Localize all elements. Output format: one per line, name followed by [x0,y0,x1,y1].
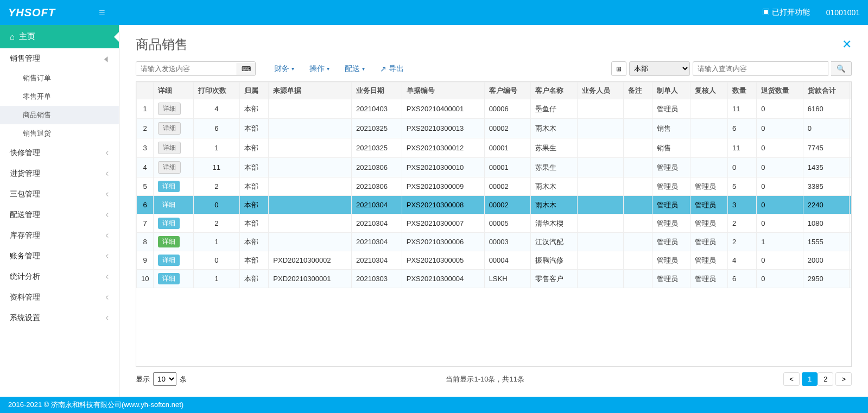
column-header[interactable]: 业务人员 [577,82,623,99]
detail-button[interactable]: 详细 [158,103,181,115]
nav-group[interactable]: 配送管理< [0,205,119,225]
detail-button[interactable]: 详细 [158,181,180,192]
nav-home-label: 主页 [19,31,35,42]
export-icon: ↗ [380,65,387,73]
detail-button[interactable]: 详细 [158,199,180,211]
nav-group[interactable]: 三包管理< [0,184,119,205]
table-row[interactable]: 3 详细 1 本部 20210325 PXS20210300012 00001 … [137,138,852,158]
nav-sub-item[interactable]: 销售订单 [0,69,119,87]
column-header[interactable]: 详细 [154,82,193,99]
table-footer: 显示 10 条 当前显示1-10条，共11条 < 12 > [136,367,852,391]
detail-button[interactable]: 详细 [158,122,181,135]
column-header[interactable]: 客户编号 [484,82,530,99]
nav-group[interactable]: 进货管理< [0,163,119,184]
row-index: 9 [137,251,154,270]
nav-home[interactable]: ⌂ 主页 [0,25,119,48]
caret-down-icon: ▾ [292,66,294,72]
row-index: 7 [137,214,154,233]
operate-menu[interactable]: 操作 ▾ [302,64,337,74]
column-header[interactable]: 归属 [240,82,269,99]
menu-toggle-icon[interactable]: ☰ [99,9,105,17]
column-header[interactable]: 优惠金额 [850,82,852,99]
nav-sub-item[interactable]: 商品销售 [0,106,119,124]
table-row[interactable]: 7 详细 2 本部 20210304 PXS20210300007 00005 … [137,214,852,233]
nav-group[interactable]: 库存管理< [0,225,119,246]
dept-select[interactable]: 本部 [629,61,690,76]
opened-func-link[interactable]: ▣ 已打开功能 [762,8,810,17]
column-header[interactable]: 来源单据 [269,82,352,99]
table-row[interactable]: 4 详细 11 本部 20210306 PXS20210300010 00001… [137,158,852,177]
column-header[interactable]: 业务日期 [352,82,402,99]
column-header[interactable]: 打印次数 [193,82,239,99]
next-page-button[interactable]: > [835,372,852,386]
unit-label: 条 [180,374,187,384]
chevron-icon: < [105,149,108,157]
chevron-icon: < [105,231,108,240]
table-row[interactable]: 5 详细 2 本部 20210306 PXS20210300009 00002 … [137,177,852,196]
detail-button[interactable]: 详细 [158,255,180,266]
column-header[interactable]: 单据编号 [402,82,484,99]
send-input[interactable] [136,62,237,75]
export-link[interactable]: ↗ 导出 [372,64,411,74]
page-button[interactable]: 1 [802,372,818,386]
prev-page-button[interactable]: < [783,372,800,386]
column-header[interactable]: 备注 [624,82,652,99]
column-header[interactable]: 货款合计 [803,82,849,99]
nav-group[interactable]: 系统设置< [0,308,119,328]
detail-button[interactable]: 详细 [158,142,181,154]
data-table: 详细打印次数归属来源单据业务日期单据编号客户编号客户名称业务人员备注制单人复核人… [136,82,852,288]
page-button[interactable]: 2 [818,372,833,386]
chevron-icon: < [105,314,108,322]
chevron-icon: < [105,169,108,178]
table-container[interactable]: 详细打印次数归属来源单据业务日期单据编号客户编号客户名称业务人员备注制单人复核人… [136,81,852,367]
table-row[interactable]: 8 详细 1 本部 20210304 PXS20210300006 00003 … [137,233,852,251]
grid-view-button[interactable]: ⊞ [611,61,626,76]
column-header[interactable]: 数量 [728,82,757,99]
nav-group[interactable]: 账务管理< [0,246,119,266]
page-info: 当前显示1-10条，共11条 [446,374,524,384]
caret-down-icon: ▾ [362,66,365,72]
finance-menu[interactable]: 财务 ▾ [267,64,302,74]
chevron-icon: < [105,211,108,219]
nav-group[interactable]: 统计分析< [0,266,119,287]
search-input[interactable] [693,61,828,76]
show-label: 显示 [136,374,150,384]
table-row[interactable]: 6 详细 0 本部 20210304 PXS20210300008 00002 … [137,196,852,214]
user-code[interactable]: 01001001 [826,8,860,17]
column-header[interactable]: 退货数量 [757,82,803,99]
page-title: 商品销售 [136,36,188,53]
home-icon: ⌂ [10,32,15,41]
table-row[interactable]: 10 详细 1 本部 PXD20210300001 20210303 PXS20… [137,270,852,288]
chevron-icon: ◀ [104,54,108,63]
chevron-icon: < [105,252,108,260]
row-index: 4 [137,158,154,177]
column-header[interactable]: 客户名称 [531,82,577,99]
row-index: 5 [137,177,154,196]
row-index: 6 [137,196,154,214]
dispatch-menu[interactable]: 配送 ▾ [337,64,372,74]
table-row[interactable]: 9 详细 0 本部 PXD20210300002 20210304 PXS202… [137,251,852,270]
nav-sub-item[interactable]: 销售退货 [0,124,119,143]
nav-group[interactable]: 资料管理< [0,287,119,308]
row-index: 3 [137,138,154,158]
caret-down-icon: ▾ [327,66,330,72]
send-button[interactable]: ⌨ [237,63,255,75]
detail-button[interactable]: 详细 [158,218,180,229]
column-header[interactable]: 制单人 [652,82,690,99]
nav-group[interactable]: 快修管理< [0,143,119,163]
chevron-icon: < [105,272,108,281]
table-row[interactable]: 1 详细 4 本部 20210403 PXS20210400001 00006 … [137,99,852,119]
chevron-icon: < [105,190,108,199]
detail-button[interactable]: 详细 [158,236,180,247]
page-size-select[interactable]: 10 [153,372,176,386]
detail-button[interactable]: 详细 [158,273,180,284]
row-index: 10 [137,270,154,288]
search-button[interactable]: 🔍 [831,61,852,76]
nav-group[interactable]: 销售管理◀ [0,48,119,69]
detail-button[interactable]: 详细 [158,161,181,174]
row-index: 1 [137,99,154,119]
column-header[interactable]: 复核人 [690,82,727,99]
table-row[interactable]: 2 详细 6 本部 20210325 PXS20210300013 00002 … [137,119,852,138]
close-icon[interactable]: ✕ [842,37,852,52]
nav-sub-item[interactable]: 零售开单 [0,87,119,106]
